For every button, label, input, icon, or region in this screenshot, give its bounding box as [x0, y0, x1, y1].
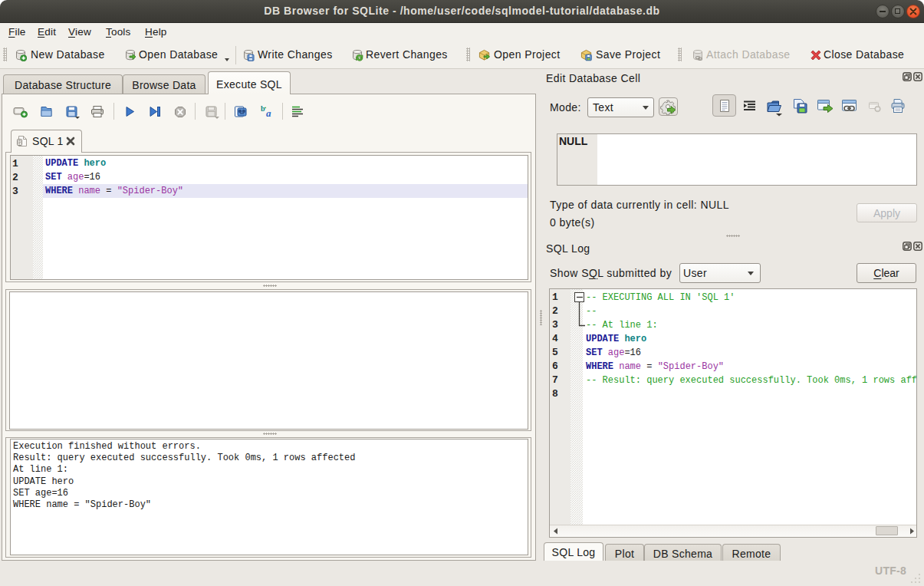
svg-text:a: a: [266, 107, 271, 119]
svg-text:b: b: [261, 104, 265, 113]
